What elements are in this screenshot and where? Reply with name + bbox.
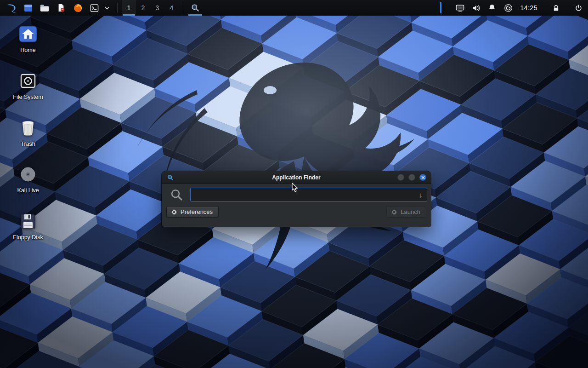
optical-disc-icon	[18, 164, 38, 184]
firefox-launcher[interactable]	[71, 1, 85, 15]
close-icon	[421, 176, 425, 179]
maximize-button[interactable]	[408, 174, 415, 181]
desktop-icon-column: Home File System Trash	[6, 24, 50, 241]
terminal-icon	[90, 4, 99, 12]
kali-logo-icon	[6, 2, 17, 14]
hard-disk-icon	[18, 71, 38, 91]
clock[interactable]: 14:25	[519, 4, 538, 12]
gear-icon	[171, 209, 177, 215]
workspace-2[interactable]: 2	[136, 0, 150, 16]
desktop-icon-home[interactable]: Home	[6, 24, 50, 54]
preferences-button[interactable]: Preferences	[166, 206, 219, 218]
display-tray-icon[interactable]	[455, 2, 465, 14]
desktop-icon-label: Home	[20, 47, 35, 54]
desktop-icon-label: Kali Live	[17, 188, 39, 194]
desktop-icon-label: Floppy Disk	[13, 235, 43, 241]
desktop: { "panel": { "workspaces": ["1", "2", "3…	[0, 0, 588, 368]
close-button[interactable]	[419, 174, 426, 181]
document-icon	[57, 4, 65, 12]
desktop-icon-kali-live[interactable]: Kali Live	[6, 164, 50, 194]
titlebar[interactable]: Application Finder	[162, 171, 431, 184]
launch-icon	[391, 209, 397, 215]
taskbar-application-finder[interactable]	[187, 0, 203, 16]
history-dropdown-button[interactable]: ↓	[415, 188, 426, 201]
preferences-label: Preferences	[181, 208, 213, 215]
floppy-disk-icon	[18, 211, 38, 231]
system-monitor-graph[interactable]	[439, 2, 441, 13]
search-icon	[170, 188, 183, 201]
volume-tray-icon[interactable]	[471, 2, 481, 14]
desktop-icon-label: File System	[13, 94, 43, 101]
text-editor-launcher[interactable]	[54, 1, 68, 15]
desktop-icon-file-system[interactable]: File System	[6, 71, 50, 101]
workspace-3[interactable]: 3	[150, 0, 164, 16]
screen-lock-icon[interactable]	[551, 2, 561, 14]
desktop-icon-label: Trash	[21, 141, 35, 148]
workspace-switcher: 1 2 3 4	[122, 0, 179, 16]
desktop-icon-floppy-disk[interactable]: Floppy Disk	[6, 211, 50, 241]
file-manager-launcher[interactable]	[21, 1, 35, 15]
firefox-icon	[74, 4, 82, 12]
panel-separator	[183, 3, 183, 13]
workspace-4[interactable]: 4	[164, 0, 179, 16]
top-panel: 1 2 3 4	[0, 0, 588, 16]
launch-label: Launch	[401, 208, 420, 215]
folder-icon	[40, 4, 49, 12]
workspace-1[interactable]: 1	[122, 0, 136, 16]
home-icon	[18, 24, 38, 44]
updates-tray-icon[interactable]	[503, 2, 513, 14]
file-manager-icon	[24, 4, 33, 12]
terminal-dropdown-button[interactable]	[104, 1, 110, 15]
power-icon[interactable]	[573, 2, 583, 14]
desktop-icon-trash[interactable]: Trash	[6, 118, 50, 148]
search-input[interactable]	[190, 188, 427, 201]
panel-separator	[117, 3, 118, 13]
window-title: Application Finder	[162, 174, 431, 181]
chevron-down-icon	[105, 6, 109, 10]
magnifier-icon	[191, 4, 199, 12]
launch-button[interactable]: Launch	[386, 206, 426, 218]
folder-launcher[interactable]	[38, 1, 51, 15]
kali-menu-button[interactable]	[5, 1, 18, 15]
terminal-launcher[interactable]	[87, 1, 101, 15]
application-finder-window: Application Finder	[162, 171, 431, 227]
application-finder-icon	[167, 174, 174, 181]
notifications-tray-icon[interactable]	[487, 2, 497, 14]
trash-icon	[18, 118, 38, 138]
minimize-button[interactable]	[397, 174, 404, 181]
